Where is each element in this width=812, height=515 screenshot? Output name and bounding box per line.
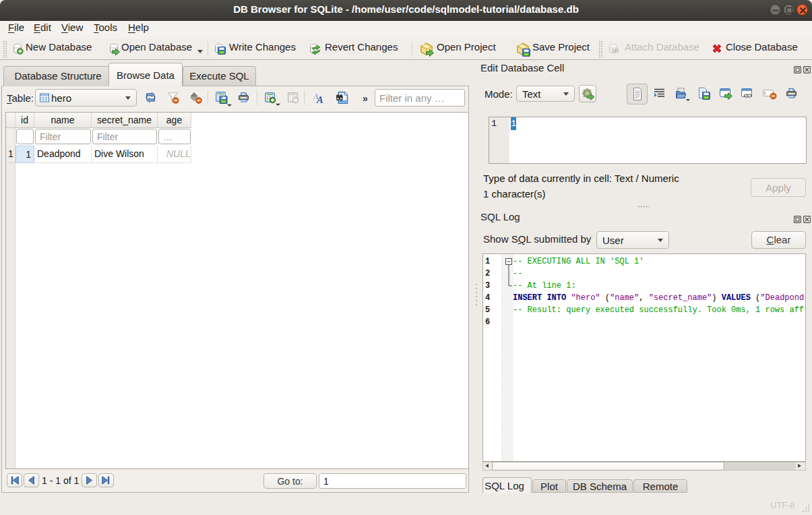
svg-text:A: A: [316, 94, 323, 104]
